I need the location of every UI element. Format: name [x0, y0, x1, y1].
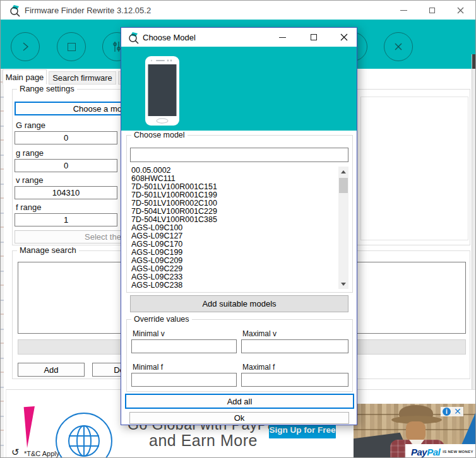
- globe-icon: [67, 424, 101, 458]
- adchoices-info-icon[interactable]: i: [443, 408, 451, 416]
- dialog-minimize-button[interactable]: [271, 28, 293, 47]
- scroll-down-button[interactable]: [338, 279, 348, 289]
- dialog-logo-icon: [128, 32, 140, 44]
- close-icon: [340, 33, 348, 41]
- minimize-icon: [279, 37, 286, 38]
- paypal-logo: PayPal: [411, 447, 440, 457]
- phone-icon: [145, 56, 180, 126]
- close-icon: [457, 7, 464, 14]
- v-range-input[interactable]: [15, 186, 117, 199]
- minimal-f-label: Minimal f: [133, 363, 163, 372]
- g-range-label: G range: [16, 120, 45, 130]
- dialog-maximize-button[interactable]: [303, 28, 324, 47]
- maximal-f-label: Maximal f: [242, 363, 275, 372]
- scrollbar-thumb[interactable]: [339, 178, 348, 193]
- v-range-label: v range: [16, 175, 43, 185]
- add-suitable-models-button[interactable]: Add suitable models: [130, 295, 348, 312]
- model-search-input[interactable]: [130, 148, 348, 162]
- range-settings-legend: Range settings: [17, 85, 77, 93]
- stop-icon: [68, 43, 76, 51]
- g2-range-label: g range: [16, 148, 44, 158]
- minimize-button[interactable]: [390, 1, 417, 20]
- dialog-close-button[interactable]: [333, 28, 355, 47]
- ad-refresh-icon[interactable]: ↺: [11, 447, 20, 458]
- manage-search-legend: Manage search: [17, 246, 79, 255]
- model-list-item[interactable]: AGS-L09C238: [130, 281, 338, 289]
- results-panel: [360, 97, 468, 240]
- arrow-down-icon: [341, 283, 346, 286]
- close-circle-icon: [393, 42, 403, 52]
- globe-ring: [56, 413, 112, 458]
- minimize-icon: [400, 10, 407, 11]
- choose-model-dialog: Choose Model Choose mode: [121, 27, 357, 425]
- stop-button[interactable]: [57, 32, 86, 61]
- f-range-label: f range: [16, 203, 41, 212]
- choose-model-legend: Choose model: [131, 131, 187, 139]
- close-button[interactable]: [446, 1, 474, 20]
- scroll-up-button[interactable]: [338, 167, 348, 177]
- add-all-button[interactable]: Add all: [125, 394, 354, 409]
- dialog-title: Choose Model: [143, 33, 196, 42]
- play-icon: [20, 41, 31, 52]
- g-range-input[interactable]: [15, 131, 117, 144]
- minimal-v-label: Minimal v: [133, 329, 165, 338]
- tab-search-firmware[interactable]: Search firmware: [49, 71, 116, 85]
- maximize-icon: [311, 34, 317, 40]
- ad-terms: *T&C Apply: [24, 450, 59, 457]
- minimal-f-input[interactable]: [131, 373, 237, 387]
- dialog-banner: [121, 47, 357, 131]
- f-range-input[interactable]: [15, 213, 117, 226]
- maximal-f-input[interactable]: [241, 373, 348, 387]
- maximal-v-label: Maximal v: [242, 329, 277, 338]
- start-search-button[interactable]: [11, 32, 40, 61]
- cancel-button[interactable]: [384, 32, 413, 61]
- titlebar: Firmware Finder Rewrite 3.12.05.2: [1, 1, 476, 20]
- app-window: Firmware Finder Rewrite 3.12.05.2: [0, 0, 476, 458]
- ad-wedge-shape: [23, 406, 35, 448]
- right-scrollbar-thumb[interactable]: [472, 54, 476, 69]
- ok-button[interactable]: Ok: [129, 412, 349, 424]
- add-button[interactable]: Add: [18, 363, 85, 377]
- maximize-button[interactable]: [418, 1, 446, 20]
- ad-headline-2: and Earn More: [149, 432, 258, 450]
- minimal-v-input[interactable]: [131, 339, 237, 353]
- tab-main-page[interactable]: Main page: [3, 69, 47, 85]
- paypal-tagline: IS NEW MONEY: [443, 450, 473, 454]
- ad-close-icon[interactable]: ✕: [454, 408, 461, 416]
- app-logo-icon: [9, 4, 21, 17]
- left-edge-strip: [1, 69, 4, 458]
- g2-range-input[interactable]: [15, 159, 117, 172]
- dialog-titlebar: Choose Model: [121, 28, 357, 47]
- paypal-logo-band: PayPal IS NEW MONEY: [405, 444, 476, 458]
- right-scrollbar[interactable]: [472, 54, 476, 389]
- model-list-scrollbar[interactable]: [338, 167, 348, 289]
- arrow-up-icon: [341, 170, 346, 173]
- adchoices[interactable]: i ✕: [441, 407, 463, 416]
- window-title: Firmware Finder Rewrite 3.12.05.2: [25, 6, 151, 15]
- maximal-v-input[interactable]: [241, 339, 348, 353]
- override-values-legend: Override values: [131, 315, 192, 324]
- maximize-icon: [429, 8, 435, 13]
- model-list[interactable]: 00.05.0002608HWC1117D-501LV100R001C1517D…: [130, 167, 338, 289]
